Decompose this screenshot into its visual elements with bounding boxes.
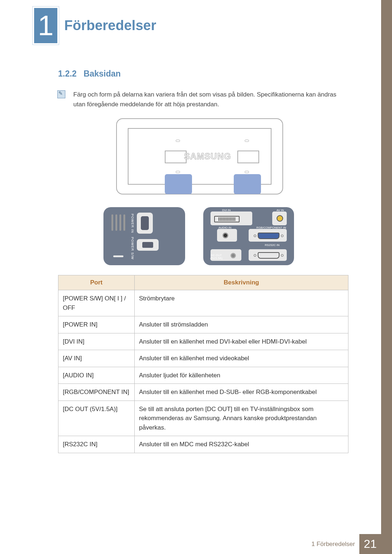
rgb-label: RGB/COMPONENT IN (256, 226, 286, 229)
chapter-header: 1 Förberedelser (33, 7, 156, 45)
power-sw-label: POWER S/W (131, 237, 134, 260)
th-desc: Beskrivning (135, 275, 348, 290)
av-label: AV IN (277, 209, 284, 212)
chapter-number-box: 1 (33, 7, 59, 45)
dvi-label: DVI IN (222, 209, 231, 212)
power-panel: POWER IN POWER S/W (103, 207, 185, 265)
rs232c-port (258, 252, 279, 259)
table-row: [DC OUT (5V/1.5A)]Se till att ansluta po… (58, 401, 348, 436)
footer-chapter-label: 1 Förberedelser (311, 541, 355, 548)
audio-label: AUDIO IN (219, 226, 232, 229)
table-row: [RGB/COMPONENT IN]Ansluter till en källe… (58, 384, 348, 401)
section-number: 1.2.2 (58, 69, 77, 78)
page-side-border (381, 0, 392, 554)
cutout (165, 151, 187, 163)
screw-hole (245, 171, 249, 173)
note-icon (57, 90, 65, 98)
power-in-label: POWER IN (131, 214, 134, 233)
screw-hole (176, 171, 180, 173)
chapter-number: 1 (38, 9, 53, 42)
port-table-body: [POWER S/W] ON[ I ] / OFFStrömbrytare [P… (58, 290, 348, 453)
monitor-outline: SAMSUNG (116, 118, 283, 194)
port-area-right (234, 174, 261, 194)
port-table: Port Beskrivning [POWER S/W] ON[ I ] / O… (58, 275, 348, 453)
screw-hole (245, 140, 249, 142)
table-row: [POWER S/W] ON[ I ] / OFFStrömbrytare (58, 290, 348, 316)
slot (113, 255, 123, 257)
vent-grille (111, 214, 125, 231)
note-row: Färg och form på delarna kan variera frå… (57, 90, 348, 109)
screw-hole (176, 140, 180, 142)
io-panel: DVI IN AV IN AUDIO IN RGB/COMPONENT IN D… (203, 207, 294, 265)
section-title: Baksidan (83, 69, 121, 78)
brand-logo: SAMSUNG (184, 151, 231, 161)
rgb-port (258, 233, 279, 239)
table-row: [RS232C IN]Ansluter till en MDC med RS23… (58, 436, 348, 453)
power-switch (137, 239, 159, 251)
chapter-title: Förberedelser (64, 18, 156, 33)
table-row: [AV IN]Ansluter till en källenhet med vi… (58, 350, 348, 367)
page-number-box: 21 (359, 534, 381, 554)
monitor-inner: SAMSUNG (128, 128, 271, 185)
rear-diagram: SAMSUNG POWER IN POWER S/W DVI IN AV IN … (102, 118, 298, 267)
content-area: 1.2.2 Baksidan Färg och form på delarna … (58, 69, 348, 453)
th-port: Port (58, 275, 135, 290)
table-row: [DVI IN]Ansluter till en källenhet med D… (58, 333, 348, 350)
dc-label: DC OUT (5V/1.5A) (210, 254, 222, 260)
page-footer: 1 Förberedelser 21 (311, 534, 381, 554)
rs-label: RS232C IN (265, 243, 279, 247)
note-text: Färg och form på delarna kan variera frå… (73, 90, 348, 109)
power-in-port (137, 213, 153, 234)
table-row: [POWER IN]Ansluter till strömsladden (58, 316, 348, 333)
section-heading: 1.2.2 Baksidan (58, 69, 348, 79)
dvi-port (214, 216, 240, 222)
page-number: 21 (364, 537, 377, 551)
port-area-left (165, 174, 192, 194)
cutout (237, 151, 259, 163)
table-row: [AUDIO IN]Ansluter ljudet för källenhete… (58, 367, 348, 384)
